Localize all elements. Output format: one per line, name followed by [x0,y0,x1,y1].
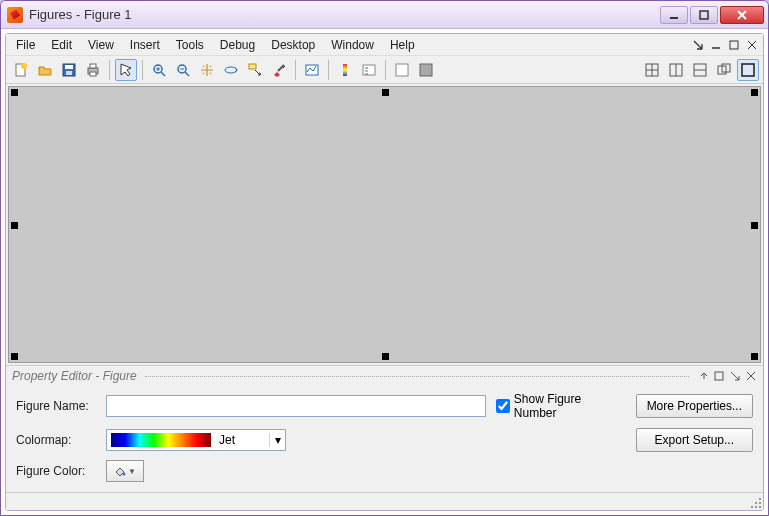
inner-maximize-icon[interactable] [727,38,741,52]
hide-plot-tools-button[interactable] [391,59,413,81]
svg-rect-27 [343,64,347,76]
window-title: Figures - Figure 1 [29,7,660,22]
colormap-value: Jet [215,433,269,447]
zoom-out-button[interactable] [172,59,194,81]
statusbar [6,492,763,510]
client-area: File Edit View Insert Tools Debug Deskto… [5,33,764,511]
titlebar[interactable]: Figures - Figure 1 [1,1,768,29]
svg-rect-15 [90,72,96,76]
selection-handle-sw[interactable] [11,353,18,360]
toolbar [6,56,763,84]
export-setup-button[interactable]: Export Setup... [636,428,753,452]
svg-point-47 [123,473,126,476]
colormap-label: Colormap: [16,433,96,447]
svg-rect-44 [715,372,723,380]
menu-view[interactable]: View [80,36,122,54]
colormap-dropdown[interactable]: Jet ▾ [106,429,286,451]
insert-colorbar-button[interactable] [334,59,356,81]
menu-edit[interactable]: Edit [43,36,80,54]
svg-rect-24 [249,64,256,69]
dropdown-arrow-icon: ▼ [128,467,136,476]
figure-color-button[interactable]: ▼ [106,460,144,482]
svg-rect-5 [730,41,738,49]
show-plot-tools-button[interactable] [415,59,437,81]
figures-window: Figures - Figure 1 File Edit View Insert… [0,0,769,516]
save-button[interactable] [58,59,80,81]
rotate-3d-button[interactable] [220,59,242,81]
svg-line-17 [161,72,165,76]
tile-top-bottom-button[interactable] [689,59,711,81]
selection-handle-e[interactable] [751,222,758,229]
menu-tools[interactable]: Tools [168,36,212,54]
menu-help[interactable]: Help [382,36,423,54]
menu-debug[interactable]: Debug [212,36,263,54]
property-editor-panel: Property Editor - Figure Figure Name: Sh… [6,365,763,492]
pan-button[interactable] [196,59,218,81]
svg-rect-14 [90,64,96,68]
close-button[interactable] [720,6,764,24]
svg-rect-32 [396,64,408,76]
menu-desktop[interactable]: Desktop [263,36,323,54]
figure-color-label: Figure Color: [16,464,96,478]
insert-legend-button[interactable] [358,59,380,81]
svg-rect-33 [420,64,432,76]
matlab-logo-icon [7,7,23,23]
inner-minimize-icon[interactable] [709,38,723,52]
show-figure-number-label: Show Figure Number [514,392,626,420]
header-dots [145,376,689,377]
figure-name-label: Figure Name: [16,399,96,413]
svg-point-9 [21,63,27,69]
svg-rect-11 [65,65,73,69]
minimize-button[interactable] [660,6,688,24]
figure-canvas[interactable] [8,86,761,363]
svg-line-21 [185,72,189,76]
figure-name-input[interactable] [106,395,486,417]
panel-collapse-icon[interactable] [697,370,709,382]
menu-window[interactable]: Window [323,36,382,54]
selection-handle-w[interactable] [11,222,18,229]
dock-arrow-icon[interactable] [691,38,705,52]
brush-button[interactable] [268,59,290,81]
tile-left-right-button[interactable] [665,59,687,81]
svg-rect-28 [363,65,375,75]
data-cursor-button[interactable] [244,59,266,81]
selection-handle-s[interactable] [382,353,389,360]
panel-undock-icon[interactable] [713,370,725,382]
more-properties-button[interactable]: More Properties... [636,394,753,418]
selection-handle-se[interactable] [751,353,758,360]
resize-grip-icon[interactable] [749,496,761,508]
float-button[interactable] [713,59,735,81]
show-figure-number-input[interactable] [496,399,510,413]
open-button[interactable] [34,59,56,81]
panel-close-icon[interactable] [745,370,757,382]
colormap-gradient-icon [111,433,211,447]
maximize-tile-button[interactable] [737,59,759,81]
link-plot-button[interactable] [301,59,323,81]
show-figure-number-checkbox[interactable]: Show Figure Number [496,392,626,420]
menu-file[interactable]: File [8,36,43,54]
svg-rect-43 [742,64,754,76]
property-editor-header[interactable]: Property Editor - Figure [6,366,763,386]
selection-handle-nw[interactable] [11,89,18,96]
svg-rect-1 [700,11,708,19]
new-figure-button[interactable] [10,59,32,81]
panel-maximize-icon[interactable] [729,370,741,382]
dropdown-arrow-icon: ▾ [269,433,285,447]
property-editor-title: Property Editor - Figure [12,369,137,383]
menubar: File Edit View Insert Tools Debug Deskto… [6,34,763,56]
svg-rect-12 [66,71,72,75]
selection-handle-n[interactable] [382,89,389,96]
maximize-button[interactable] [690,6,718,24]
selection-handle-ne[interactable] [751,89,758,96]
edit-plot-button[interactable] [115,59,137,81]
inner-close-icon[interactable] [745,38,759,52]
print-button[interactable] [82,59,104,81]
zoom-in-button[interactable] [148,59,170,81]
paint-bucket-icon [114,465,126,477]
tile-quad-button[interactable] [641,59,663,81]
menu-insert[interactable]: Insert [122,36,168,54]
